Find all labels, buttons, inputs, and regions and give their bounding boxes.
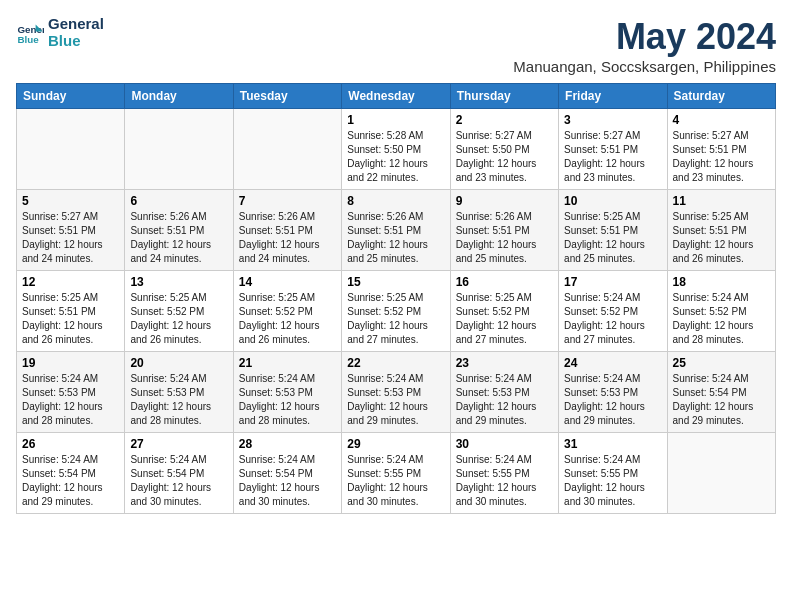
calendar-week-row: 19Sunrise: 5:24 AM Sunset: 5:53 PM Dayli… (17, 352, 776, 433)
day-info: Sunrise: 5:24 AM Sunset: 5:53 PM Dayligh… (130, 372, 227, 428)
day-info: Sunrise: 5:24 AM Sunset: 5:53 PM Dayligh… (22, 372, 119, 428)
day-number: 30 (456, 437, 553, 451)
day-info: Sunrise: 5:24 AM Sunset: 5:52 PM Dayligh… (673, 291, 770, 347)
calendar-cell: 4Sunrise: 5:27 AM Sunset: 5:51 PM Daylig… (667, 109, 775, 190)
day-number: 28 (239, 437, 336, 451)
cell-content: 13Sunrise: 5:25 AM Sunset: 5:52 PM Dayli… (130, 275, 227, 347)
weekday-header: Thursday (450, 84, 558, 109)
title-block: May 2024 Manuangan, Soccsksargen, Philip… (513, 16, 776, 75)
calendar-cell: 1Sunrise: 5:28 AM Sunset: 5:50 PM Daylig… (342, 109, 450, 190)
weekday-header: Monday (125, 84, 233, 109)
cell-content: 21Sunrise: 5:24 AM Sunset: 5:53 PM Dayli… (239, 356, 336, 428)
calendar-cell: 29Sunrise: 5:24 AM Sunset: 5:55 PM Dayli… (342, 433, 450, 514)
weekday-header: Wednesday (342, 84, 450, 109)
day-number: 5 (22, 194, 119, 208)
calendar-cell: 7Sunrise: 5:26 AM Sunset: 5:51 PM Daylig… (233, 190, 341, 271)
day-info: Sunrise: 5:24 AM Sunset: 5:53 PM Dayligh… (239, 372, 336, 428)
day-number: 29 (347, 437, 444, 451)
cell-content: 29Sunrise: 5:24 AM Sunset: 5:55 PM Dayli… (347, 437, 444, 509)
day-info: Sunrise: 5:25 AM Sunset: 5:52 PM Dayligh… (456, 291, 553, 347)
cell-content: 6Sunrise: 5:26 AM Sunset: 5:51 PM Daylig… (130, 194, 227, 266)
cell-content: 28Sunrise: 5:24 AM Sunset: 5:54 PM Dayli… (239, 437, 336, 509)
day-info: Sunrise: 5:24 AM Sunset: 5:54 PM Dayligh… (239, 453, 336, 509)
cell-content: 30Sunrise: 5:24 AM Sunset: 5:55 PM Dayli… (456, 437, 553, 509)
day-info: Sunrise: 5:24 AM Sunset: 5:52 PM Dayligh… (564, 291, 661, 347)
day-number: 14 (239, 275, 336, 289)
calendar-cell: 20Sunrise: 5:24 AM Sunset: 5:53 PM Dayli… (125, 352, 233, 433)
cell-content: 24Sunrise: 5:24 AM Sunset: 5:53 PM Dayli… (564, 356, 661, 428)
day-info: Sunrise: 5:24 AM Sunset: 5:53 PM Dayligh… (564, 372, 661, 428)
cell-content: 1Sunrise: 5:28 AM Sunset: 5:50 PM Daylig… (347, 113, 444, 185)
day-number: 16 (456, 275, 553, 289)
day-info: Sunrise: 5:24 AM Sunset: 5:55 PM Dayligh… (564, 453, 661, 509)
cell-content: 2Sunrise: 5:27 AM Sunset: 5:50 PM Daylig… (456, 113, 553, 185)
day-info: Sunrise: 5:26 AM Sunset: 5:51 PM Dayligh… (130, 210, 227, 266)
day-number: 21 (239, 356, 336, 370)
day-info: Sunrise: 5:27 AM Sunset: 5:51 PM Dayligh… (22, 210, 119, 266)
cell-content: 27Sunrise: 5:24 AM Sunset: 5:54 PM Dayli… (130, 437, 227, 509)
logo-text-blue: Blue (48, 33, 104, 50)
day-info: Sunrise: 5:28 AM Sunset: 5:50 PM Dayligh… (347, 129, 444, 185)
calendar-cell: 8Sunrise: 5:26 AM Sunset: 5:51 PM Daylig… (342, 190, 450, 271)
day-number: 19 (22, 356, 119, 370)
calendar-cell: 24Sunrise: 5:24 AM Sunset: 5:53 PM Dayli… (559, 352, 667, 433)
day-info: Sunrise: 5:24 AM Sunset: 5:55 PM Dayligh… (456, 453, 553, 509)
day-info: Sunrise: 5:26 AM Sunset: 5:51 PM Dayligh… (347, 210, 444, 266)
day-info: Sunrise: 5:24 AM Sunset: 5:54 PM Dayligh… (22, 453, 119, 509)
calendar-cell (233, 109, 341, 190)
location: Manuangan, Soccsksargen, Philippines (513, 58, 776, 75)
cell-content: 26Sunrise: 5:24 AM Sunset: 5:54 PM Dayli… (22, 437, 119, 509)
calendar-cell (125, 109, 233, 190)
calendar-cell: 9Sunrise: 5:26 AM Sunset: 5:51 PM Daylig… (450, 190, 558, 271)
cell-content: 20Sunrise: 5:24 AM Sunset: 5:53 PM Dayli… (130, 356, 227, 428)
day-info: Sunrise: 5:25 AM Sunset: 5:52 PM Dayligh… (130, 291, 227, 347)
calendar-cell: 18Sunrise: 5:24 AM Sunset: 5:52 PM Dayli… (667, 271, 775, 352)
calendar-cell: 12Sunrise: 5:25 AM Sunset: 5:51 PM Dayli… (17, 271, 125, 352)
calendar-cell: 21Sunrise: 5:24 AM Sunset: 5:53 PM Dayli… (233, 352, 341, 433)
cell-content: 22Sunrise: 5:24 AM Sunset: 5:53 PM Dayli… (347, 356, 444, 428)
cell-content: 8Sunrise: 5:26 AM Sunset: 5:51 PM Daylig… (347, 194, 444, 266)
cell-content: 12Sunrise: 5:25 AM Sunset: 5:51 PM Dayli… (22, 275, 119, 347)
calendar-week-row: 26Sunrise: 5:24 AM Sunset: 5:54 PM Dayli… (17, 433, 776, 514)
cell-content: 4Sunrise: 5:27 AM Sunset: 5:51 PM Daylig… (673, 113, 770, 185)
calendar-cell: 6Sunrise: 5:26 AM Sunset: 5:51 PM Daylig… (125, 190, 233, 271)
cell-content: 7Sunrise: 5:26 AM Sunset: 5:51 PM Daylig… (239, 194, 336, 266)
day-info: Sunrise: 5:26 AM Sunset: 5:51 PM Dayligh… (456, 210, 553, 266)
calendar-cell: 22Sunrise: 5:24 AM Sunset: 5:53 PM Dayli… (342, 352, 450, 433)
day-info: Sunrise: 5:27 AM Sunset: 5:51 PM Dayligh… (673, 129, 770, 185)
day-number: 18 (673, 275, 770, 289)
calendar-cell: 14Sunrise: 5:25 AM Sunset: 5:52 PM Dayli… (233, 271, 341, 352)
calendar-cell: 16Sunrise: 5:25 AM Sunset: 5:52 PM Dayli… (450, 271, 558, 352)
calendar-cell: 5Sunrise: 5:27 AM Sunset: 5:51 PM Daylig… (17, 190, 125, 271)
calendar-cell (667, 433, 775, 514)
day-info: Sunrise: 5:26 AM Sunset: 5:51 PM Dayligh… (239, 210, 336, 266)
cell-content: 18Sunrise: 5:24 AM Sunset: 5:52 PM Dayli… (673, 275, 770, 347)
day-number: 31 (564, 437, 661, 451)
day-info: Sunrise: 5:27 AM Sunset: 5:51 PM Dayligh… (564, 129, 661, 185)
cell-content: 10Sunrise: 5:25 AM Sunset: 5:51 PM Dayli… (564, 194, 661, 266)
month-title: May 2024 (513, 16, 776, 58)
day-number: 26 (22, 437, 119, 451)
day-number: 10 (564, 194, 661, 208)
day-number: 17 (564, 275, 661, 289)
logo-text-general: General (48, 16, 104, 33)
calendar-week-row: 5Sunrise: 5:27 AM Sunset: 5:51 PM Daylig… (17, 190, 776, 271)
day-info: Sunrise: 5:24 AM Sunset: 5:55 PM Dayligh… (347, 453, 444, 509)
day-number: 1 (347, 113, 444, 127)
calendar-cell: 25Sunrise: 5:24 AM Sunset: 5:54 PM Dayli… (667, 352, 775, 433)
weekday-header-row: SundayMondayTuesdayWednesdayThursdayFrid… (17, 84, 776, 109)
cell-content: 19Sunrise: 5:24 AM Sunset: 5:53 PM Dayli… (22, 356, 119, 428)
weekday-header: Friday (559, 84, 667, 109)
day-number: 27 (130, 437, 227, 451)
calendar-cell: 17Sunrise: 5:24 AM Sunset: 5:52 PM Dayli… (559, 271, 667, 352)
day-info: Sunrise: 5:25 AM Sunset: 5:51 PM Dayligh… (564, 210, 661, 266)
day-number: 25 (673, 356, 770, 370)
calendar-cell: 2Sunrise: 5:27 AM Sunset: 5:50 PM Daylig… (450, 109, 558, 190)
cell-content: 25Sunrise: 5:24 AM Sunset: 5:54 PM Dayli… (673, 356, 770, 428)
weekday-header: Saturday (667, 84, 775, 109)
cell-content: 5Sunrise: 5:27 AM Sunset: 5:51 PM Daylig… (22, 194, 119, 266)
day-info: Sunrise: 5:24 AM Sunset: 5:53 PM Dayligh… (347, 372, 444, 428)
cell-content: 11Sunrise: 5:25 AM Sunset: 5:51 PM Dayli… (673, 194, 770, 266)
cell-content: 31Sunrise: 5:24 AM Sunset: 5:55 PM Dayli… (564, 437, 661, 509)
day-info: Sunrise: 5:25 AM Sunset: 5:51 PM Dayligh… (22, 291, 119, 347)
